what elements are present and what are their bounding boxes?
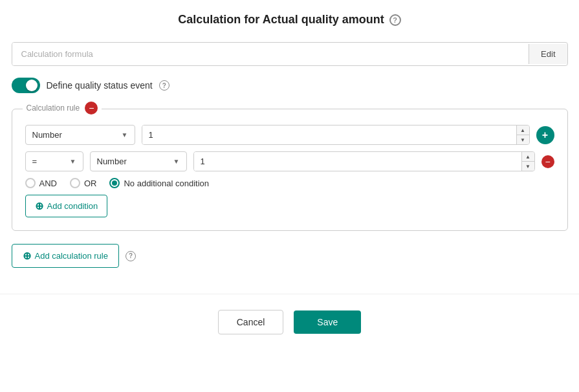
second-type-dropdown[interactable]: Number ▼ xyxy=(90,151,187,171)
calculation-rule-box: Calculation rule − Number ▼ ▲ ▼ xyxy=(12,109,568,231)
page-help-icon[interactable]: ? xyxy=(389,14,401,26)
first-type-chevron: ▼ xyxy=(122,131,128,138)
radio-no-additional-circle xyxy=(109,178,120,188)
quality-status-toggle[interactable] xyxy=(12,78,40,93)
second-spinner-down[interactable]: ▼ xyxy=(522,162,534,171)
first-type-dropdown[interactable]: Number ▼ xyxy=(25,125,135,145)
second-condition-row: = ▼ Number ▼ ▲ ▼ − xyxy=(25,151,554,171)
second-type-chevron: ▼ xyxy=(173,158,180,165)
plus-icon: + xyxy=(542,130,548,140)
add-calc-rule-help-icon[interactable]: ? xyxy=(126,251,136,261)
remove-calculation-rule-button[interactable]: − xyxy=(85,102,98,114)
first-number-input[interactable] xyxy=(142,125,516,144)
footer-actions: Cancel Save xyxy=(0,294,579,334)
add-calculation-rule-label: Add calculation rule xyxy=(35,251,108,261)
radio-and-label: AND xyxy=(39,179,57,188)
quality-status-label: Define quality status event xyxy=(47,80,153,91)
radio-or-label: OR xyxy=(84,179,97,188)
radio-and-circle xyxy=(25,178,36,188)
add-calc-rule-plus-icon: ⊕ xyxy=(23,250,31,262)
operator-dropdown[interactable]: = ▼ xyxy=(25,151,83,171)
first-type-value: Number xyxy=(32,130,62,140)
second-type-value: Number xyxy=(97,157,127,166)
first-spinners: ▲ ▼ xyxy=(516,125,529,144)
page-title: Calculation for Actual quality amount xyxy=(178,13,384,27)
first-spinner-down[interactable]: ▼ xyxy=(517,135,529,144)
operator-chevron: ▼ xyxy=(70,158,76,165)
first-spinner-up[interactable]: ▲ xyxy=(517,125,529,135)
calculation-rule-legend-text: Calculation rule xyxy=(27,103,80,113)
radio-no-additional[interactable]: No additional condition xyxy=(109,178,209,188)
bottom-actions: ⊕ Add calculation rule ? xyxy=(12,244,568,268)
second-spinner-up[interactable]: ▲ xyxy=(522,152,534,162)
first-condition-row: Number ▼ ▲ ▼ + xyxy=(25,125,554,145)
second-number-input-wrap: ▲ ▼ xyxy=(193,151,535,171)
add-calculation-rule-button[interactable]: ⊕ Add calculation rule xyxy=(12,244,119,268)
radio-or[interactable]: OR xyxy=(70,178,97,188)
radio-no-additional-label: No additional condition xyxy=(124,179,209,188)
minus-icon: − xyxy=(89,103,94,113)
edit-button[interactable]: Edit xyxy=(529,44,567,64)
radio-group: AND OR No additional condition xyxy=(25,178,554,188)
add-condition-button[interactable]: ⊕ Add condition xyxy=(25,195,108,217)
formula-input[interactable] xyxy=(12,43,529,65)
add-condition-label: Add condition xyxy=(47,201,98,211)
radio-or-circle xyxy=(70,178,80,188)
formula-row: Edit xyxy=(12,42,568,66)
operator-value: = xyxy=(32,157,38,166)
second-spinners: ▲ ▼ xyxy=(521,152,534,171)
save-button[interactable]: Save xyxy=(294,310,361,334)
add-row-button[interactable]: + xyxy=(536,126,554,144)
second-number-input[interactable] xyxy=(194,152,521,171)
radio-and[interactable]: AND xyxy=(25,178,57,188)
quality-status-help-icon[interactable]: ? xyxy=(159,80,169,91)
radio-dot xyxy=(112,180,117,186)
calculation-rule-legend: Calculation rule − xyxy=(23,102,102,114)
add-condition-plus-icon: ⊕ xyxy=(35,200,43,212)
remove-second-condition-button[interactable]: − xyxy=(541,155,554,168)
quality-status-row: Define quality status event ? xyxy=(12,78,568,93)
first-number-input-wrap: ▲ ▼ xyxy=(142,125,530,145)
cancel-button[interactable]: Cancel xyxy=(218,310,284,334)
minus-icon-2: − xyxy=(545,157,550,166)
